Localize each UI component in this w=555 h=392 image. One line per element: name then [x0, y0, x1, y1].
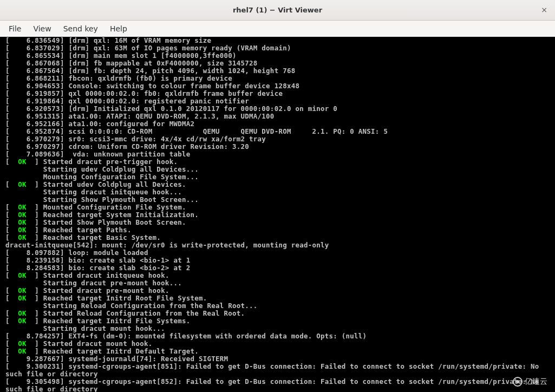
console-line: Starting dracut mount hook...	[5, 325, 555, 332]
console-line: Starting dracut pre-mount hook...	[5, 279, 555, 287]
console-line: [ 6.867564] [drm] fb: depth 24, pitch 40…	[5, 67, 555, 75]
console-line: [ 6.920573] [drm] Initialized qxl 0.1.0 …	[5, 105, 555, 113]
menu-sendkey[interactable]: Send key	[58, 22, 103, 35]
console-line: [ 9.305498] systemd-cgroups-agent[852]: …	[5, 378, 555, 386]
menubar: File View Send key Help	[0, 21, 555, 37]
console-line: [ 6.919864] qxl 0000:00:02.0: registered…	[5, 97, 555, 105]
console-line: [ OK ] Started Show Plymouth Boot Screen…	[5, 219, 555, 226]
console-line: [ OK ] Reached target Initrd File System…	[5, 317, 555, 325]
console-line: such file or directory	[5, 386, 555, 392]
console-line: [ OK ] Reached target Paths.	[5, 226, 555, 234]
console-line: [ 6.868211] fbcon: qxldrmfb (fb0) is pri…	[5, 75, 555, 82]
console-line: [ 6.952874] scsi 0:0:0:0: CD-ROM QEMU QE…	[5, 128, 555, 135]
titlebar: rhel7 (1) − Virt Viewer ×	[0, 0, 555, 21]
console-line: [ 6.836549] [drm] qxl: 16M of VRAM memor…	[5, 37, 555, 44]
console-line: [ OK ] Started udev Coldplug all Devices…	[5, 181, 555, 188]
menu-view[interactable]: View	[28, 22, 56, 35]
console-line: [ 6.952166] ata1.00: configured for MWDM…	[5, 120, 555, 128]
close-icon[interactable]: ×	[539, 5, 550, 16]
console-line: [ 6.951315] ata1.00: ATAPI: QEMU DVD-ROM…	[5, 113, 555, 120]
console-line: [ 6.970297] cdrom: Uniform CD-ROM driver…	[5, 143, 555, 151]
console-line: [ 8.784257] EXT4-fs (dm-0): mounted file…	[5, 332, 555, 340]
menu-help[interactable]: Help	[105, 22, 133, 35]
console-line: [ OK ] Started dracut pre-trigger hook.	[5, 158, 555, 166]
console-line: [ 6.837029] [drm] qxl: 63M of IO pages m…	[5, 44, 555, 52]
console-output: [ 6.836549] [drm] qxl: 16M of VRAM memor…	[0, 37, 555, 392]
console-line: [ 6.904653] Console: switching to colour…	[5, 82, 555, 90]
console-line: [ OK ] Started dracut mount hook.	[5, 340, 555, 348]
console-line: [ OK ] Reached target Initrd Root File S…	[5, 295, 555, 302]
console-line: Starting Reload Configuration from the R…	[5, 302, 555, 310]
console-line: [ 8.284583] bio: create slab <bio-2> at …	[5, 264, 555, 272]
console-line: Starting Show Plymouth Boot Screen...	[5, 196, 555, 204]
console-line: [ 6.919857] qxl 0000:00:02.0: fb0: qxldr…	[5, 90, 555, 97]
console-line: [ OK ] Mounted Configuration File System…	[5, 204, 555, 211]
console-line: [ OK ] Reached target Initrd Default Tar…	[5, 348, 555, 355]
console-line: [ 6.867068] [drm] fb mappable at 0xF4000…	[5, 60, 555, 67]
console-line: [ 8.239158] bio: create slab <bio-1> at …	[5, 257, 555, 264]
console-line: [ OK ] Reached target System Initializat…	[5, 211, 555, 219]
console-line: [ OK ] Started dracut pre-mount hook.	[5, 287, 555, 295]
menu-file[interactable]: File	[3, 22, 27, 35]
console-line: [ 9.300231] systemd-cgroups-agent[851]: …	[5, 363, 555, 370]
console-line: [ OK ] Started dracut initqueue hook.	[5, 272, 555, 279]
console-line: Mounting Configuration File System...	[5, 173, 555, 181]
console-line: Starting dracut initqueue hook...	[5, 188, 555, 196]
console-line: [ 8.097882] loop: module loaded	[5, 249, 555, 257]
console-line: [ 6.970279] sr0: scsi3-mmc drive: 4x/4x …	[5, 135, 555, 143]
console-line: [ OK ] Reached target Basic System.	[5, 234, 555, 241]
console-line: [ 7.089636] vda: unknown partition table	[5, 151, 555, 158]
console-line: dracut-initqueue[542]: mount: /dev/sr0 i…	[5, 241, 555, 249]
console-line: [ 9.287667] systemd-journald[74]: Receiv…	[5, 355, 555, 363]
console-line: Starting udev Coldplug all Devices...	[5, 166, 555, 173]
window-title: rhel7 (1) − Virt Viewer	[233, 6, 322, 14]
console-line: [ OK ] Started Reload Configuration from…	[5, 310, 555, 317]
console-line: [ 6.865534] [drm] main mem slot 1 [f4000…	[5, 52, 555, 60]
console-line: such file or directory	[5, 370, 555, 378]
